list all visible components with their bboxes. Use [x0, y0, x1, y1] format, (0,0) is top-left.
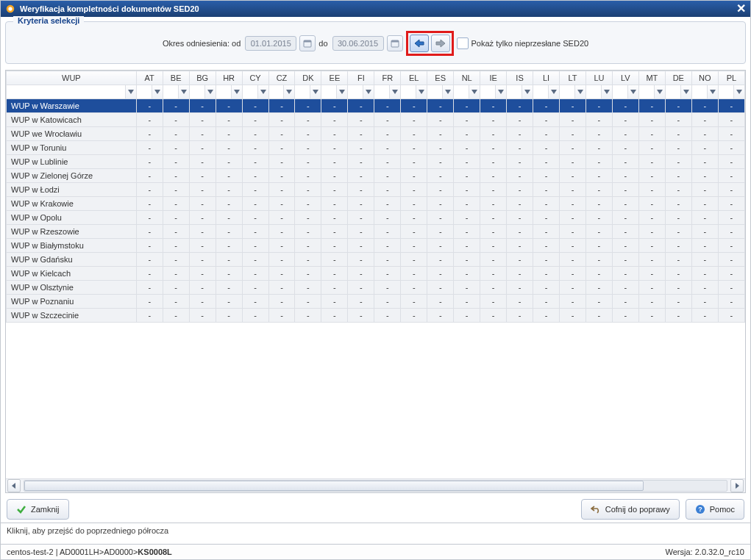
col-header-PL[interactable]: PL [718, 71, 744, 85]
table-row[interactable]: WUP w Rzeszowie----------------------- [7, 225, 745, 239]
filter-dropdown-BE[interactable] [178, 85, 189, 98]
calendar-from-button[interactable] [299, 35, 316, 51]
filter-dropdown-FR[interactable] [389, 85, 400, 98]
filter-input-MT[interactable] [639, 85, 654, 98]
col-header-EE[interactable]: EE [321, 71, 348, 85]
help-button[interactable]: ? Pomoc [686, 499, 744, 520]
col-header-HR[interactable]: HR [216, 71, 242, 85]
filter-input-DE[interactable] [666, 85, 680, 98]
filter-input-name[interactable] [7, 85, 125, 98]
col-header-AT[interactable]: AT [136, 71, 163, 85]
col-header-BG[interactable]: BG [189, 71, 216, 85]
filter-input-BE[interactable] [163, 85, 178, 98]
col-header-ES[interactable]: ES [427, 71, 454, 85]
filter-input-NL[interactable] [454, 85, 469, 98]
table-row[interactable]: WUP w Warszawie----------------------- [7, 99, 745, 113]
table-row[interactable]: WUP w Szczecinie----------------------- [7, 309, 745, 323]
filter-input-FI[interactable] [348, 85, 363, 98]
col-header-name[interactable]: WUP [7, 71, 137, 85]
table-row[interactable]: WUP w Kielcach----------------------- [7, 267, 745, 281]
filter-input-BG[interactable] [190, 85, 204, 98]
filter-dropdown-CY[interactable] [257, 85, 268, 98]
col-header-LT[interactable]: LT [560, 71, 586, 85]
filter-input-FR[interactable] [374, 85, 389, 98]
filter-input-NO[interactable] [692, 85, 707, 98]
scrollbar-track[interactable] [24, 480, 727, 492]
filter-dropdown-EE[interactable] [336, 85, 347, 98]
col-header-NL[interactable]: NL [454, 71, 480, 85]
col-header-FR[interactable]: FR [374, 71, 401, 85]
filter-dropdown-CZ[interactable] [283, 85, 294, 98]
table-row[interactable]: WUP w Łodzi----------------------- [7, 183, 745, 197]
col-header-MT[interactable]: MT [638, 71, 665, 85]
col-header-NO[interactable]: NO [691, 71, 718, 85]
filter-dropdown-MT[interactable] [654, 85, 665, 98]
col-header-DE[interactable]: DE [665, 71, 691, 85]
close-icon[interactable]: ✕ [736, 4, 746, 14]
filter-dropdown-IE[interactable] [495, 85, 506, 98]
col-header-EL[interactable]: EL [401, 71, 427, 85]
table-row[interactable]: WUP w Gdańsku----------------------- [7, 253, 745, 267]
filter-dropdown-LI[interactable] [548, 85, 559, 98]
table-row[interactable]: WUP we Wrocławiu----------------------- [7, 127, 745, 141]
calendar-to-button[interactable] [387, 35, 403, 51]
col-header-FI[interactable]: FI [348, 71, 374, 85]
filter-input-IS[interactable] [507, 85, 522, 98]
scrollbar-thumb[interactable] [24, 481, 644, 491]
filter-dropdown-LT[interactable] [574, 85, 586, 98]
table-row[interactable]: WUP w Opolu----------------------- [7, 211, 745, 225]
filter-input-LU[interactable] [586, 85, 601, 98]
col-header-LI[interactable]: LI [533, 71, 560, 85]
date-to-field[interactable] [332, 36, 384, 51]
col-header-IS[interactable]: IS [507, 71, 533, 85]
table-row[interactable]: WUP w Olsztynie----------------------- [7, 281, 745, 295]
scroll-left-button[interactable] [7, 479, 21, 492]
filter-dropdown-DE[interactable] [680, 85, 691, 98]
filter-dropdown-IS[interactable] [522, 85, 533, 98]
col-header-DK[interactable]: DK [295, 71, 321, 85]
filter-input-ES[interactable] [427, 85, 442, 98]
horizontal-scrollbar[interactable] [6, 478, 745, 492]
filter-input-CZ[interactable] [269, 85, 284, 98]
filter-input-PL[interactable] [719, 85, 733, 98]
table-row[interactable]: WUP w Lublinie----------------------- [7, 155, 745, 169]
filter-dropdown-HR[interactable] [231, 85, 242, 98]
filter-dropdown-BG[interactable] [204, 85, 216, 98]
table-row[interactable]: WUP w Zielonej Górze--------------------… [7, 169, 745, 183]
filter-dropdown-LV[interactable] [627, 85, 638, 98]
filter-dropdown-NO[interactable] [707, 85, 718, 98]
filter-dropdown-LU[interactable] [601, 85, 612, 98]
date-from-field[interactable] [245, 36, 296, 51]
filter-input-HR[interactable] [216, 85, 231, 98]
table-row[interactable]: WUP w Katowicach----------------------- [7, 113, 745, 127]
filter-input-IE[interactable] [480, 85, 495, 98]
filter-dropdown-FI[interactable] [363, 85, 374, 98]
col-header-LV[interactable]: LV [612, 71, 638, 85]
close-button[interactable]: Zamknij [7, 499, 69, 520]
table-row[interactable]: WUP w Toruniu----------------------- [7, 141, 745, 155]
filter-dropdown-PL[interactable] [733, 85, 744, 98]
next-period-button[interactable] [431, 35, 450, 52]
col-header-LU[interactable]: LU [586, 71, 612, 85]
revert-button[interactable]: Cofnij do poprawy [581, 499, 680, 520]
table-row[interactable]: WUP w Poznaniu----------------------- [7, 295, 745, 309]
filter-input-EL[interactable] [401, 85, 416, 98]
col-header-CY[interactable]: CY [242, 71, 268, 85]
filter-dropdown-name[interactable] [125, 85, 136, 98]
filter-dropdown-NL[interactable] [469, 85, 480, 98]
filter-input-DK[interactable] [295, 85, 310, 98]
scroll-right-button[interactable] [730, 479, 744, 492]
col-header-BE[interactable]: BE [163, 71, 189, 85]
table-row[interactable]: WUP w Białymstoku----------------------- [7, 239, 745, 253]
filter-input-EE[interactable] [321, 85, 336, 98]
filter-input-AT[interactable] [137, 85, 152, 98]
table-row[interactable]: WUP w Krakowie----------------------- [7, 197, 745, 211]
prev-period-button[interactable] [410, 35, 429, 52]
filter-dropdown-ES[interactable] [442, 85, 453, 98]
filter-input-CY[interactable] [243, 85, 257, 98]
col-header-CZ[interactable]: CZ [268, 71, 295, 85]
filter-dropdown-AT[interactable] [152, 85, 163, 98]
show-unsent-checkbox[interactable] [457, 37, 469, 49]
col-header-IE[interactable]: IE [480, 71, 507, 85]
filter-input-LT[interactable] [560, 85, 574, 98]
